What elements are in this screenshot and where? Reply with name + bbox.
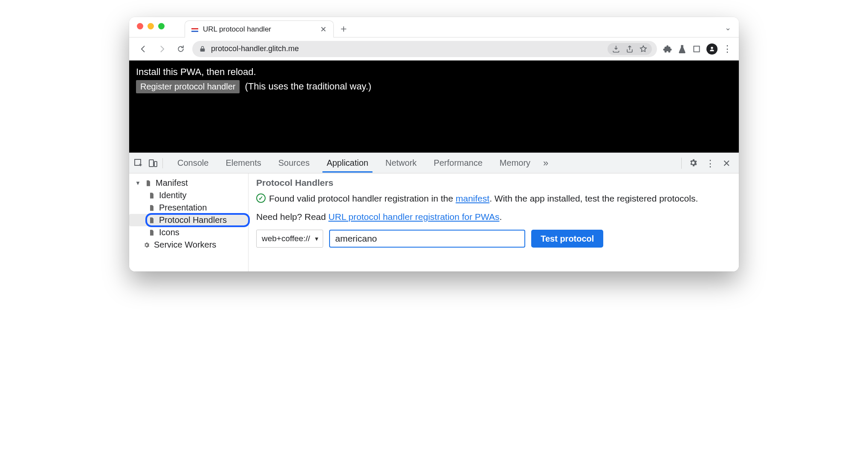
devtools-tab-application[interactable]: Application: [319, 154, 376, 172]
file-icon: [148, 204, 156, 212]
help-text-post: .: [499, 212, 502, 222]
panel-heading: Protocol Handlers: [256, 178, 731, 188]
protocol-scheme-value: web+coffee://: [262, 234, 310, 243]
new-tab-button[interactable]: ＋: [336, 21, 351, 36]
devtools-tab-network[interactable]: Network: [378, 154, 424, 172]
gear-icon: [143, 241, 150, 249]
minimize-window-button[interactable]: [148, 23, 154, 29]
extensions-icon[interactable]: [663, 44, 672, 54]
address-bar[interactable]: protocol-handler.glitch.me: [192, 41, 657, 57]
tree-icons[interactable]: Icons: [129, 226, 248, 239]
profile-avatar[interactable]: [706, 43, 718, 55]
test-protocol-button[interactable]: Test protocol: [531, 230, 603, 248]
protocol-tester: web+coffee:// ▼ Test protocol: [256, 230, 731, 248]
help-line: Need help? Read URL protocol handler reg…: [256, 212, 731, 222]
browser-window: URL protocol handler ✕ ＋ ⌄ protocol-hand…: [129, 17, 739, 271]
tree-protocol-handlers[interactable]: Protocol Handlers: [129, 214, 248, 226]
tree-label: Service Workers: [154, 240, 216, 250]
tabstrip: URL protocol handler ✕ ＋: [185, 17, 351, 37]
favicon-icon: [191, 26, 199, 33]
protocol-scheme-select[interactable]: web+coffee:// ▼: [256, 230, 323, 248]
toolbar: protocol-handler.glitch.me: [129, 38, 739, 61]
devtools-tab-memory[interactable]: Memory: [492, 154, 538, 172]
close-tab-button[interactable]: ✕: [319, 25, 327, 34]
register-protocol-button[interactable]: Register protocol handler: [136, 80, 240, 93]
tree-label: Presentation: [159, 203, 207, 213]
labs-icon[interactable]: [677, 44, 687, 54]
device-toolbar-icon[interactable]: [148, 158, 158, 168]
svg-rect-2: [191, 31, 198, 32]
devtools-menu-icon[interactable]: ⋮: [706, 158, 716, 168]
devtools-tab-console[interactable]: Console: [170, 154, 216, 172]
tree-identity[interactable]: Identity: [129, 189, 248, 202]
manifest-link[interactable]: manifest: [456, 193, 489, 203]
svg-rect-0: [191, 28, 198, 29]
application-sidebar: ▼ Manifest Identity Presentation Protoco…: [129, 173, 249, 271]
devtools-more-tabs-icon[interactable]: »: [540, 158, 552, 169]
install-app-icon[interactable]: [612, 45, 620, 53]
svg-rect-3: [694, 46, 699, 52]
register-note: (This uses the traditional way.): [245, 80, 371, 93]
toolbar-right: ⋮: [663, 43, 732, 55]
address-text: protocol-handler.glitch.me: [211, 44, 598, 53]
browser-tab[interactable]: URL protocol handler ✕: [185, 20, 334, 38]
disclosure-icon: ▼: [135, 180, 141, 186]
menu-icon[interactable]: ⋮: [723, 44, 732, 54]
page-content: Install this PWA, then reload. Register …: [129, 61, 739, 153]
devtools-tab-elements[interactable]: Elements: [218, 154, 269, 172]
lock-icon: [199, 46, 206, 52]
svg-rect-5: [149, 160, 153, 167]
tree-label: Icons: [159, 228, 179, 237]
tree-label: Identity: [159, 190, 186, 200]
devtools-tab-sources[interactable]: Sources: [271, 154, 317, 172]
tabs-menu-icon[interactable]: ⌄: [725, 23, 731, 32]
window-controls: [137, 23, 165, 29]
titlebar: URL protocol handler ✕ ＋ ⌄: [129, 17, 739, 38]
forward-button[interactable]: [155, 42, 169, 56]
share-icon[interactable]: [625, 45, 634, 53]
bookmark-star-icon[interactable]: [639, 45, 648, 53]
checkmark-icon: [256, 193, 266, 203]
tree-manifest[interactable]: ▼ Manifest: [129, 177, 248, 189]
tab-title: URL protocol handler: [203, 25, 315, 34]
file-icon: [148, 229, 156, 237]
tree-label: Protocol Handlers: [159, 215, 227, 225]
status-message: Found valid protocol handler registratio…: [256, 192, 731, 205]
devtools-settings-icon[interactable]: [689, 158, 699, 168]
maximize-window-button[interactable]: [158, 23, 165, 29]
status-text-post: . With the app installed, test the regis…: [489, 193, 698, 203]
devtools-body: ▼ Manifest Identity Presentation Protoco…: [129, 173, 739, 271]
svg-rect-1: [191, 29, 198, 31]
tree-service-workers[interactable]: Service Workers: [129, 239, 248, 251]
devtools-close-icon[interactable]: ✕: [723, 158, 733, 168]
back-button[interactable]: [136, 42, 150, 56]
protocol-value-input[interactable]: [329, 230, 525, 248]
devtools-divider: [681, 158, 682, 169]
file-icon: [148, 192, 156, 199]
inspect-element-icon[interactable]: [133, 158, 144, 168]
tree-label: Manifest: [156, 178, 188, 188]
file-icon: [145, 179, 152, 187]
chevron-down-icon: ▼: [314, 236, 319, 242]
omnibox-chip: [608, 43, 652, 55]
devtools-tab-performance[interactable]: Performance: [426, 154, 490, 172]
close-window-button[interactable]: [137, 23, 143, 29]
help-text-pre: Need help? Read: [256, 212, 328, 222]
tree-presentation[interactable]: Presentation: [129, 202, 248, 214]
status-text: Found valid protocol handler registratio…: [269, 192, 698, 205]
reading-list-icon[interactable]: [692, 44, 701, 54]
reload-button[interactable]: [174, 42, 188, 56]
help-link[interactable]: URL protocol handler registration for PW…: [328, 212, 499, 222]
svg-rect-6: [154, 162, 157, 167]
protocol-handlers-panel: Protocol Handlers Found valid protocol h…: [249, 173, 739, 271]
omnibox-actions: [608, 43, 652, 55]
status-text-pre: Found valid protocol handler registratio…: [269, 193, 456, 203]
devtools: Console Elements Sources Application Net…: [129, 153, 739, 271]
page-instruction: Install this PWA, then reload.: [136, 66, 732, 78]
file-icon: [148, 216, 156, 224]
devtools-tabbar: Console Elements Sources Application Net…: [129, 153, 739, 173]
